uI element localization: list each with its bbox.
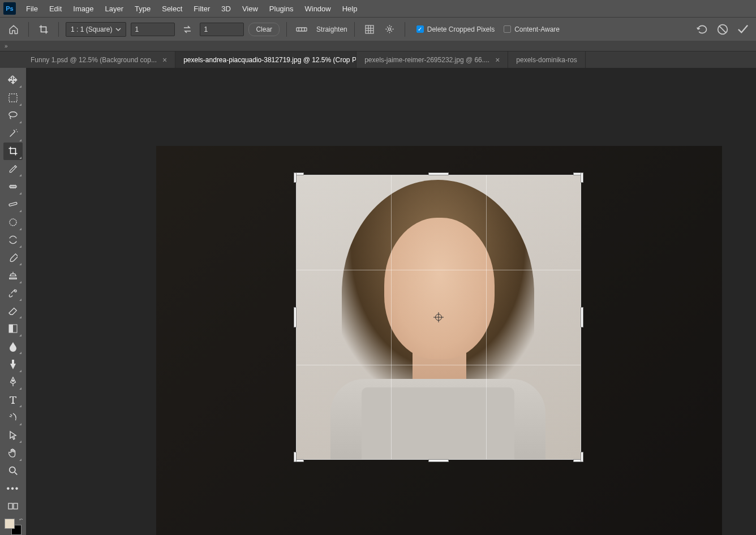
divider [405, 22, 405, 37]
healing-brush-tool[interactable] [3, 178, 23, 195]
close-icon[interactable]: × [495, 55, 500, 64]
move-tool[interactable] [3, 71, 23, 89]
menu-type[interactable]: Type [129, 1, 156, 16]
svg-line-11 [719, 26, 726, 33]
crop-handle-top-right[interactable] [581, 172, 583, 183]
document-tabs: Funny 1.psd @ 12.5% (Background cop... ×… [0, 51, 756, 68]
crop-handle-left[interactable] [294, 307, 297, 327]
menu-view[interactable]: View [237, 1, 264, 16]
crop-handle-right[interactable] [581, 307, 583, 327]
ratio-label: 1 : 1 (Square) [71, 25, 112, 33]
document-tab[interactable]: Funny 1.psd @ 12.5% (Background cop... × [0, 51, 175, 68]
swap-colors-icon[interactable]: ⤺ [19, 517, 23, 522]
divider [286, 22, 287, 37]
color-swatches[interactable]: ⤺ [5, 519, 22, 535]
close-icon[interactable]: × [162, 55, 167, 64]
menu-filter[interactable]: Filter [188, 1, 216, 16]
frame-tool[interactable] [3, 213, 23, 231]
eyedropper-tool[interactable] [3, 160, 23, 178]
path-selection-tool[interactable] [3, 408, 23, 426]
direct-selection-tool[interactable] [3, 426, 23, 444]
menu-window[interactable]: Window [299, 1, 336, 16]
divider [354, 22, 355, 37]
crop-tool-icon[interactable] [36, 22, 51, 37]
menu-plugins[interactable]: Plugins [264, 1, 299, 16]
panel-collapse-icon[interactable]: » [2, 43, 10, 49]
straighten-icon[interactable] [294, 22, 310, 37]
tab-label: pexels-dominika-ros [516, 56, 577, 64]
marquee-tool[interactable] [3, 89, 23, 106]
delete-cropped-label: Delete Cropped Pixels [427, 25, 495, 33]
magic-wand-tool[interactable] [3, 124, 23, 142]
menu-layer[interactable]: Layer [100, 1, 130, 16]
crop-width-input[interactable] [131, 23, 175, 36]
tab-label: pexels-andrea-piacquadio-3812719.jpg @ 1… [183, 56, 356, 64]
menu-edit[interactable]: Edit [44, 1, 67, 16]
more-tools[interactable]: ••• [3, 480, 23, 497]
svg-point-13 [9, 112, 17, 117]
swap-dimensions-button[interactable] [179, 22, 195, 37]
svg-rect-22 [8, 503, 12, 509]
divider [58, 22, 59, 37]
content-aware-move-tool[interactable] [3, 231, 23, 249]
chevron-down-icon [115, 28, 121, 31]
reset-crop-button[interactable] [695, 22, 710, 37]
crop-grid-line [486, 175, 487, 459]
history-brush-tool[interactable] [3, 284, 23, 302]
document-tab[interactable]: pexels-andrea-piacquadio-3812719.jpg @ 1… [175, 51, 356, 68]
crop-tool[interactable] [3, 143, 23, 160]
crop-handle-top[interactable] [428, 172, 449, 175]
crop-grid-line [297, 270, 581, 270]
menu-bar: Ps File Edit Image Layer Type Select Fil… [0, 0, 756, 17]
crop-box[interactable] [297, 175, 581, 459]
menu-3d[interactable]: 3D [216, 1, 237, 16]
foreground-color-swatch[interactable] [5, 519, 15, 529]
gradient-tool[interactable] [3, 320, 23, 337]
clear-button[interactable]: Clear [248, 23, 280, 36]
crop-options-button[interactable] [382, 22, 398, 37]
lasso-tool[interactable] [3, 107, 23, 124]
straighten-label: Straighten [316, 25, 347, 33]
svg-point-21 [9, 467, 15, 472]
crop-handle-top-left[interactable] [294, 172, 297, 183]
content-aware-checkbox[interactable] [504, 25, 511, 33]
svg-rect-4 [366, 25, 373, 33]
menu-file[interactable]: File [20, 1, 44, 16]
menu-select[interactable]: Select [156, 1, 188, 16]
crop-handle-bottom-left[interactable] [294, 452, 297, 462]
overlay-options-button[interactable] [362, 22, 377, 37]
canvas[interactable] [26, 68, 756, 535]
svg-point-9 [389, 28, 391, 30]
type-tool[interactable] [3, 391, 23, 408]
hand-tool[interactable] [3, 444, 23, 461]
brush-tool[interactable] [3, 249, 23, 266]
pen-tool[interactable] [3, 373, 23, 391]
edit-toolbar[interactable] [3, 497, 23, 515]
blur-tool[interactable] [3, 338, 23, 355]
options-bar: 1 : 1 (Square) Clear Straighten Delete C… [0, 17, 756, 41]
delete-cropped-checkbox[interactable] [416, 25, 424, 33]
content-aware-checkbox-wrap[interactable]: Content-Aware [504, 25, 560, 33]
menu-image[interactable]: Image [67, 1, 99, 16]
cancel-crop-button[interactable] [715, 22, 730, 37]
workspace: ••• ⤺ [0, 68, 756, 535]
crop-handle-bottom[interactable] [428, 459, 449, 462]
menu-help[interactable]: Help [337, 1, 363, 16]
clone-stamp-tool[interactable] [3, 266, 23, 284]
crop-height-input[interactable] [200, 23, 244, 36]
patch-tool[interactable] [3, 196, 23, 213]
eraser-tool[interactable] [3, 302, 23, 320]
content-aware-label: Content-Aware [514, 25, 560, 33]
home-button[interactable] [6, 21, 22, 37]
aspect-ratio-select[interactable]: 1 : 1 (Square) [66, 22, 126, 37]
panel-tab-strip: » [0, 41, 756, 51]
document-tab[interactable]: pexels-dominika-ros [508, 51, 585, 68]
svg-rect-19 [9, 325, 13, 333]
zoom-tool[interactable] [3, 462, 23, 480]
commit-crop-button[interactable] [736, 22, 750, 37]
dodge-tool[interactable] [3, 355, 23, 373]
crop-handle-bottom-right[interactable] [581, 452, 583, 462]
document-tab[interactable]: pexels-jaime-reimer-2695232.jpg @ 66....… [356, 51, 508, 68]
delete-cropped-checkbox-wrap[interactable]: Delete Cropped Pixels [416, 25, 495, 33]
svg-point-20 [12, 380, 14, 382]
